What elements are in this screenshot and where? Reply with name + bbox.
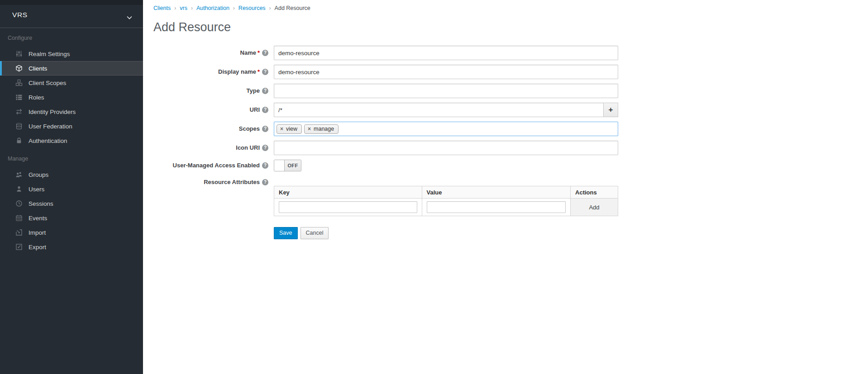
breadcrumb-current: Add Resource <box>275 5 310 11</box>
sidebar-item-export[interactable]: Export <box>0 240 143 254</box>
page-title: Add Resource <box>153 20 868 34</box>
add-attribute-button[interactable]: Add <box>584 202 604 213</box>
client-scopes-icon <box>15 79 23 86</box>
sidebar-item-client-scopes[interactable]: Client Scopes <box>0 76 143 90</box>
identity-providers-icon <box>15 108 23 115</box>
attributes-label-group: Resource Attributes ? <box>143 179 268 186</box>
sidebar-item-roles[interactable]: Roles <box>0 90 143 104</box>
scope-tag-label: view <box>286 126 297 132</box>
attribute-value-input[interactable] <box>427 201 566 213</box>
attribute-key-input[interactable] <box>279 201 417 213</box>
help-icon[interactable]: ? <box>262 107 268 113</box>
roles-icon <box>15 94 23 101</box>
display-name-label: Display name <box>218 68 256 76</box>
icon-uri-label: Icon URI <box>236 144 260 151</box>
breadcrumb-clients[interactable]: Clients <box>153 5 171 11</box>
form-row-display-name: Display name * ? <box>143 65 868 79</box>
form-row-type: Type ? <box>143 84 868 98</box>
uri-label-group: URI ? <box>143 106 268 114</box>
chevron-down-icon <box>127 13 132 17</box>
sidebar-item-label: Sessions <box>29 200 53 207</box>
sidebar: VRS Configure Realm Settings Clients Cli… <box>0 0 143 374</box>
breadcrumb-authorization[interactable]: Authorization <box>196 5 229 11</box>
help-icon[interactable]: ? <box>262 69 268 75</box>
clients-icon <box>15 65 23 72</box>
sessions-icon <box>15 200 23 207</box>
type-label-group: Type ? <box>143 87 268 95</box>
help-icon[interactable]: ? <box>262 88 268 94</box>
form-row-scopes: Scopes ? × view × manage <box>143 122 868 136</box>
scope-tag: × view <box>277 124 302 134</box>
table-row: Add <box>274 199 618 216</box>
uri-input[interactable] <box>274 103 603 117</box>
sidebar-item-label: Import <box>29 229 46 236</box>
breadcrumb-resources[interactable]: Resources <box>238 5 266 11</box>
sidebar-item-groups[interactable]: Groups <box>0 167 143 182</box>
sidebar-item-user-federation[interactable]: User Federation <box>0 119 143 133</box>
type-input[interactable] <box>274 84 618 98</box>
required-indicator: * <box>258 49 260 57</box>
toggle-state-label: OFF <box>285 160 301 171</box>
attributes-actions-header: Actions <box>571 186 618 199</box>
sidebar-item-label: Roles <box>29 94 44 101</box>
breadcrumb: Clients › vrs › Authorization › Resource… <box>143 0 868 11</box>
sidebar-item-label: Users <box>29 186 44 193</box>
sidebar-item-label: Realm Settings <box>29 51 70 57</box>
scopes-multiselect[interactable]: × view × manage <box>274 122 618 136</box>
form-row-uri: URI ? + <box>143 103 868 117</box>
attributes-key-header: Key <box>274 186 422 199</box>
display-name-input[interactable] <box>274 65 618 79</box>
sidebar-item-label: Groups <box>29 171 48 178</box>
sidebar-item-label: Authentication <box>29 137 67 144</box>
help-icon[interactable]: ? <box>262 145 268 151</box>
sidebar-item-label: Export <box>29 244 46 251</box>
nav-section-configure: Configure <box>0 28 143 47</box>
nav-section-manage: Manage <box>0 148 143 167</box>
sidebar-item-events[interactable]: Events <box>0 211 143 225</box>
help-icon[interactable]: ? <box>262 50 268 56</box>
realm-selector[interactable]: VRS <box>0 0 143 28</box>
name-input[interactable] <box>274 46 618 60</box>
attributes-label: Resource Attributes <box>204 179 260 186</box>
sidebar-item-import[interactable]: Import <box>0 225 143 240</box>
uma-label: User-Managed Access Enabled <box>173 162 260 169</box>
sidebar-item-sessions[interactable]: Sessions <box>0 196 143 211</box>
remove-tag-icon[interactable]: × <box>280 126 283 132</box>
sidebar-item-users[interactable]: Users <box>0 182 143 196</box>
cancel-button[interactable]: Cancel <box>300 227 329 239</box>
sidebar-item-clients[interactable]: Clients <box>0 61 143 76</box>
help-icon[interactable]: ? <box>262 179 268 185</box>
users-icon <box>15 185 23 193</box>
display-name-label-group: Display name * ? <box>143 68 268 76</box>
toggle-handle <box>274 160 285 171</box>
plus-icon: + <box>609 105 613 114</box>
sidebar-item-label: Events <box>29 215 47 222</box>
scope-tag: × manage <box>304 124 339 134</box>
sidebar-item-identity-providers[interactable]: Identity Providers <box>0 104 143 119</box>
sidebar-item-label: Client Scopes <box>29 80 66 86</box>
form-row-name: Name * ? <box>143 46 868 60</box>
user-federation-icon <box>15 123 23 130</box>
breadcrumb-vrs[interactable]: vrs <box>180 5 187 11</box>
breadcrumb-separator-icon: › <box>174 5 176 11</box>
realm-name: VRS <box>12 11 28 19</box>
sidebar-item-label: Identity Providers <box>29 109 76 115</box>
uma-toggle[interactable]: OFF <box>274 160 301 171</box>
add-uri-button[interactable]: + <box>603 103 618 117</box>
remove-tag-icon[interactable]: × <box>308 126 311 132</box>
breadcrumb-separator-icon: › <box>233 5 235 11</box>
sidebar-item-label: Clients <box>29 65 47 72</box>
help-icon[interactable]: ? <box>262 162 268 169</box>
help-icon[interactable]: ? <box>262 126 268 132</box>
sidebar-item-label: User Federation <box>29 123 72 130</box>
attributes-value-header: Value <box>422 186 571 199</box>
type-label: Type <box>247 87 260 95</box>
add-resource-form: Name * ? Display name * ? Type ? <box>143 46 868 239</box>
save-button[interactable]: Save <box>274 227 298 239</box>
sidebar-item-authentication[interactable]: Authentication <box>0 133 143 148</box>
form-row-icon-uri: Icon URI ? <box>143 141 868 155</box>
sidebar-item-realm-settings[interactable]: Realm Settings <box>0 47 143 61</box>
icon-uri-input[interactable] <box>274 141 618 155</box>
events-icon <box>15 214 23 222</box>
breadcrumb-separator-icon: › <box>191 5 193 11</box>
